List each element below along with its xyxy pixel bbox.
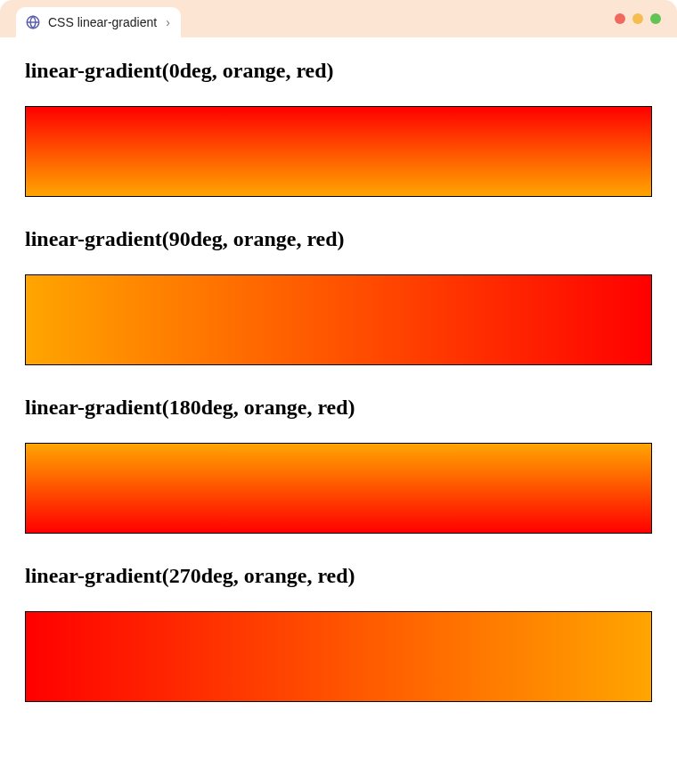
- gradient-swatch: [25, 106, 652, 197]
- gradient-swatch: [25, 274, 652, 365]
- window-zoom-button[interactable]: [650, 13, 661, 24]
- window-controls: [615, 13, 661, 24]
- example-title: linear-gradient(180deg, orange, red): [25, 396, 652, 420]
- example-title: linear-gradient(0deg, orange, red): [25, 59, 652, 83]
- window-close-button[interactable]: [615, 13, 625, 24]
- gradient-example: linear-gradient(90deg, orange, red): [25, 227, 652, 365]
- gradient-swatch: [25, 443, 652, 534]
- gradient-swatch: [25, 611, 652, 702]
- example-title: linear-gradient(90deg, orange, red): [25, 227, 652, 251]
- gradient-example: linear-gradient(180deg, orange, red): [25, 396, 652, 534]
- gradient-example: linear-gradient(0deg, orange, red): [25, 59, 652, 197]
- window-minimize-button[interactable]: [632, 13, 643, 24]
- page-content: linear-gradient(0deg, orange, red) linea…: [0, 37, 677, 759]
- chevron-right-icon: ›: [166, 15, 170, 29]
- browser-window: CSS linear-gradient › linear-gradient(0d…: [0, 0, 677, 784]
- titlebar: CSS linear-gradient ›: [0, 0, 677, 37]
- globe-icon: [25, 14, 41, 30]
- tab-title: CSS linear-gradient: [48, 15, 157, 29]
- browser-tab[interactable]: CSS linear-gradient ›: [16, 7, 181, 37]
- example-title: linear-gradient(270deg, orange, red): [25, 564, 652, 588]
- gradient-example: linear-gradient(270deg, orange, red): [25, 564, 652, 702]
